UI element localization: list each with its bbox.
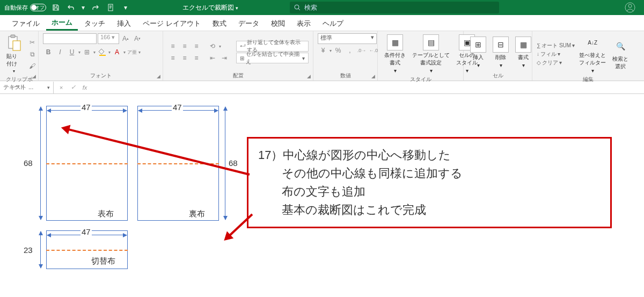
italic-button[interactable]: I xyxy=(55,47,65,57)
font-size-select[interactable]: 166 ▾ xyxy=(98,33,119,44)
numfmt-value: 標準 xyxy=(320,34,332,41)
tab-formulas[interactable]: 数式 xyxy=(207,17,232,31)
align-middle-icon[interactable]: ≡ xyxy=(179,41,190,52)
label-omote: 表布 xyxy=(98,209,114,219)
find-label: 検索と 選択 xyxy=(612,55,628,70)
svg-rect-6 xyxy=(13,41,20,50)
ribbon: 貼り付け▾ ✂ ⧉ 🖌 クリップボード ◢ 166 ▾ A▴ A▾ B I U▾… xyxy=(0,31,644,81)
percent-icon[interactable]: % xyxy=(333,45,343,56)
tab-file[interactable]: ファイル xyxy=(6,17,45,31)
orientation-icon[interactable]: ⟲ xyxy=(207,41,218,52)
svg-rect-5 xyxy=(11,35,15,38)
cut-icon[interactable]: ✂ xyxy=(27,37,38,48)
worksheet-canvas[interactable]: 47 68 表布 47 68 裏布 47 23 切替布 17）中心線が図形の中心… xyxy=(0,94,644,297)
autosave-label: 自動保存 xyxy=(4,4,28,12)
redo-icon[interactable] xyxy=(90,2,101,13)
chevron-down-icon[interactable]: ▾ xyxy=(236,5,238,11)
fill-button[interactable]: ↓ フィル ▾ xyxy=(537,50,575,58)
paste-label: 貼り付け xyxy=(6,53,21,68)
cancel-formula-icon[interactable]: × xyxy=(56,82,67,93)
svg-point-3 xyxy=(628,4,632,8)
search-placeholder: 検索 xyxy=(304,3,317,12)
format-cells-button[interactable]: ▦書式▾ xyxy=(513,35,533,69)
qat-customize-icon[interactable]: ▾ xyxy=(120,2,131,13)
cond-label: 条件付き 書式 xyxy=(384,52,406,67)
account-icon[interactable] xyxy=(619,0,641,15)
table-label: テーブルとして 書式設定 xyxy=(412,52,450,67)
dim-h1: 68 xyxy=(24,158,33,168)
title-bar: 自動保存 オフ ▾ ▾ エクセルで裁断図 ▾ 検索 xyxy=(0,0,644,15)
tab-view[interactable]: 表示 xyxy=(291,17,316,31)
enter-formula-icon[interactable]: ✓ xyxy=(68,82,78,93)
align-bottom-icon[interactable]: ≡ xyxy=(191,41,202,52)
dialog-launcher-icon[interactable]: ◢ xyxy=(31,73,37,79)
svg-point-1 xyxy=(295,5,299,9)
fx-icon[interactable]: fx xyxy=(79,82,90,93)
delete-label: 削除 xyxy=(495,54,506,61)
fill-color-button[interactable] xyxy=(97,47,107,57)
bold-button[interactable]: B xyxy=(43,47,54,57)
align-left-icon[interactable]: ≡ xyxy=(167,53,178,63)
tab-home[interactable]: ホーム xyxy=(46,16,78,31)
callout-line3: 布の文字も追加 xyxy=(258,183,601,201)
dim-w2: 47 xyxy=(172,103,183,112)
group-font-label: フォント xyxy=(43,71,158,79)
font-color-button[interactable]: A xyxy=(112,47,122,57)
align-top-icon[interactable]: ≡ xyxy=(167,41,178,52)
doc-title-text: エクセルで裁断図 xyxy=(182,4,234,11)
increase-font-icon[interactable]: A▴ xyxy=(120,33,131,44)
paste-button[interactable]: 貼り付け▾ xyxy=(4,33,24,75)
dialog-launcher-icon[interactable]: ◢ xyxy=(155,73,162,79)
delete-cells-button[interactable]: ⊟削除▾ xyxy=(491,35,511,69)
svg-rect-7 xyxy=(99,55,106,56)
increase-decimal-icon[interactable]: .0→ xyxy=(356,45,367,56)
comma-icon[interactable]: , xyxy=(345,45,355,56)
sort-filter-button[interactable]: A↓Z並べ替えと フィルター▾ xyxy=(577,33,608,75)
underline-button[interactable]: U xyxy=(67,47,77,57)
dialog-launcher-icon[interactable]: ◢ xyxy=(305,73,312,79)
tab-page-layout[interactable]: ページ レイアウト xyxy=(137,17,206,31)
dialog-launcher-icon[interactable]: ◢ xyxy=(370,73,376,79)
search-icon xyxy=(294,4,301,11)
save-icon[interactable] xyxy=(50,2,61,13)
phonetic-icon[interactable]: ア亜 xyxy=(127,47,137,57)
print-preview-icon[interactable] xyxy=(105,2,116,13)
decrease-indent-icon[interactable]: ⇤ xyxy=(207,53,218,63)
toggle-off[interactable]: オフ xyxy=(30,4,46,11)
fill-label: フィル xyxy=(540,50,557,58)
wrap-text-button[interactable]: ⮠ 折り返して全体を表示する xyxy=(236,41,309,52)
autosave-toggle[interactable]: 自動保存 オフ xyxy=(4,4,46,12)
insert-cells-button[interactable]: ⊞挿入▾ xyxy=(468,35,488,69)
currency-icon[interactable]: ¥ xyxy=(318,45,328,56)
group-edit-label: 編集 xyxy=(537,75,640,83)
tab-touch[interactable]: タッチ xyxy=(79,17,111,31)
align-center-icon[interactable]: ≡ xyxy=(179,53,190,63)
tab-insert[interactable]: 挿入 xyxy=(112,17,136,31)
chevron-down-icon[interactable]: ▾ xyxy=(80,2,86,13)
find-select-button[interactable]: 🔍検索と 選択 xyxy=(610,37,631,71)
format-painter-icon[interactable]: 🖌 xyxy=(27,61,38,71)
group-clipboard-label: クリップボード xyxy=(4,75,34,91)
border-button[interactable]: ⊞ xyxy=(82,47,92,57)
format-as-table-button[interactable]: ▤テーブルとして 書式設定▾ xyxy=(410,33,452,75)
align-right-icon[interactable]: ≡ xyxy=(191,53,202,63)
copy-icon[interactable]: ⧉ xyxy=(27,49,38,60)
number-format-select[interactable]: 標準 ▾ xyxy=(318,33,377,44)
format-label: 書式 xyxy=(518,54,529,61)
search-box[interactable]: 検索 xyxy=(290,2,499,13)
undo-icon[interactable] xyxy=(65,2,76,13)
tab-data[interactable]: データ xyxy=(233,17,265,31)
tab-help[interactable]: ヘルプ xyxy=(317,17,349,31)
decrease-decimal-icon[interactable]: ←.0 xyxy=(368,45,379,56)
decrease-font-icon[interactable]: A▾ xyxy=(132,33,143,44)
group-cells-label: セル xyxy=(468,71,528,79)
formula-bar[interactable] xyxy=(92,82,644,93)
merge-center-button[interactable]: ⊞ セルを結合して中央揃え ▾ xyxy=(236,53,309,63)
autosum-button[interactable]: ∑ オート SUM ▾ xyxy=(537,42,575,49)
clear-button[interactable]: ◇ クリア ▾ xyxy=(537,59,575,67)
tab-review[interactable]: 校閲 xyxy=(266,17,290,31)
font-name-select[interactable] xyxy=(43,33,97,44)
conditional-format-button[interactable]: ▦条件付き 書式▾ xyxy=(382,33,408,75)
increase-indent-icon[interactable]: ⇥ xyxy=(219,53,230,63)
callout-line2: その他の中心線も同様に追加する xyxy=(258,164,601,183)
